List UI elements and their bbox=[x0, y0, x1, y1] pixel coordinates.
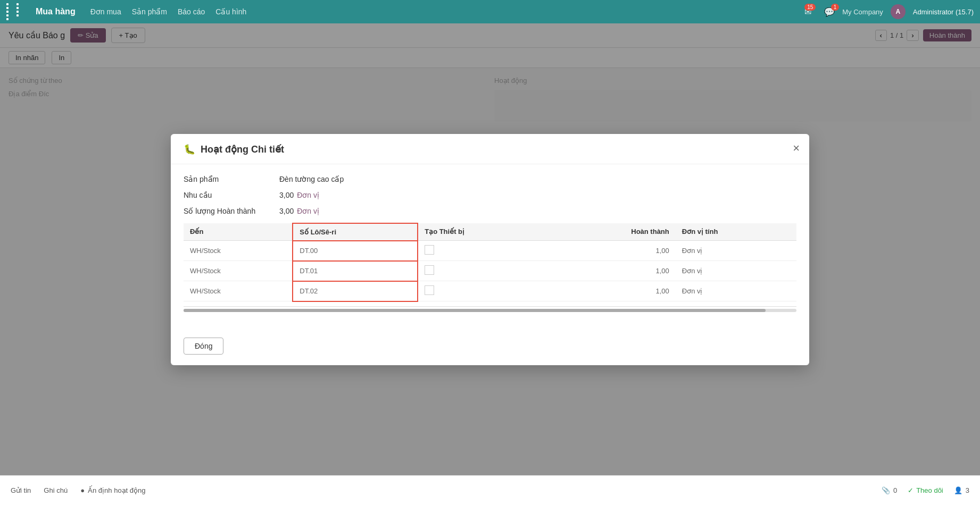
so-luong-label: Số lượng Hoàn thành bbox=[184, 207, 279, 215]
modal-close-button[interactable]: × bbox=[793, 142, 800, 154]
notifications-icon[interactable]: ✉ 15 bbox=[804, 7, 811, 17]
nhu-cau-label: Nhu cầu bbox=[184, 191, 279, 199]
paperclip-icon: 📎 bbox=[882, 486, 890, 494]
username-label: Administrator (15.7) bbox=[913, 8, 974, 16]
col-hoan-thanh: Hoàn thành bbox=[550, 223, 676, 241]
menu-cau-hinh[interactable]: Cấu hình bbox=[215, 7, 246, 16]
ghi-chu-button[interactable]: Ghi chú bbox=[44, 486, 68, 494]
hoan-thanh-cell-0: 1,00 bbox=[550, 241, 676, 261]
topnav-menu: Đơn mua Sản phẩm Báo cáo Cấu hình bbox=[90, 7, 794, 16]
topnav: Mua hàng Đơn mua Sản phẩm Báo cáo Cấu hì… bbox=[0, 0, 980, 23]
san-pham-value: Đèn tường cao cấp bbox=[279, 175, 344, 183]
followers-item[interactable]: 👤 3 bbox=[954, 486, 969, 494]
scrollbar-track bbox=[184, 309, 796, 312]
msg-badge: 1 bbox=[831, 4, 840, 11]
modal-dialog: 🐛 Hoạt động Chi tiết × Sản phẩm Đèn tườn… bbox=[171, 134, 809, 365]
menu-don-mua[interactable]: Đơn mua bbox=[90, 7, 121, 16]
so-luong-value: 3,00 bbox=[279, 207, 294, 215]
an-dinh-button[interactable]: ● Ấn định hoạt động bbox=[80, 486, 145, 494]
bottombar: Gửi tin Ghi chú ● Ấn định hoạt động 📎 0 … bbox=[0, 475, 980, 505]
bottombar-right: 📎 0 ✓ Theo dõi 👤 3 bbox=[882, 486, 969, 494]
hoan-thanh-cell-1: 1,00 bbox=[550, 261, 676, 281]
table-row: WH/Stock DT.00 1,00 Đơn vị bbox=[184, 241, 796, 261]
nhu-cau-value: 3,00 bbox=[279, 191, 294, 199]
notif-badge: 15 bbox=[804, 4, 816, 11]
scrollbar-thumb[interactable] bbox=[184, 309, 766, 312]
so-lo-cell-0: DT.00 bbox=[293, 241, 418, 261]
app-grid-icon[interactable] bbox=[6, 3, 25, 20]
gui-tin-button[interactable]: Gửi tin bbox=[11, 486, 31, 494]
company-name: My Company bbox=[842, 8, 883, 16]
topnav-right: ✉ 15 💬 1 My Company A Administrator (15.… bbox=[804, 4, 974, 19]
modal-body: Sản phẩm Đèn tường cao cấp Nhu cầu 3,00 … bbox=[171, 164, 809, 329]
detail-table: Đến Số Lô/Sê-ri Tạo Thiết bị Hoàn thành … bbox=[184, 223, 796, 302]
table-row: WH/Stock DT.02 1,00 Đơn vị bbox=[184, 281, 796, 301]
tao-tb-cell-1[interactable] bbox=[418, 261, 550, 281]
col-don-vi-tinh: Đơn vị tính bbox=[676, 223, 796, 241]
den-cell-0: WH/Stock bbox=[184, 241, 293, 261]
den-cell-1: WH/Stock bbox=[184, 261, 293, 281]
san-pham-label: Sản phẩm bbox=[184, 175, 279, 183]
so-luong-field: Số lượng Hoàn thành 3,00 Đơn vị bbox=[184, 207, 796, 215]
modal-overlay: 🐛 Hoạt động Chi tiết × Sản phẩm Đèn tườn… bbox=[0, 23, 980, 475]
checkbox-1[interactable] bbox=[425, 265, 434, 275]
clock-icon: ● bbox=[80, 486, 85, 494]
col-den: Đến bbox=[184, 223, 293, 241]
page-bg: Yêu cầu Báo g ✏ Sửa + Tạo ‹ 1 / 1 › Hoàn… bbox=[0, 23, 980, 475]
so-luong-unit: Đơn vị bbox=[297, 207, 319, 215]
modal-header: 🐛 Hoạt động Chi tiết × bbox=[171, 134, 809, 164]
hoan-thanh-cell-2: 1,00 bbox=[550, 281, 676, 301]
so-lo-cell-2: DT.02 bbox=[293, 281, 418, 301]
don-vi-cell-0: Đơn vị bbox=[676, 241, 796, 261]
san-pham-field: Sản phẩm Đèn tường cao cấp bbox=[184, 175, 796, 183]
theo-doi-label: Theo dõi bbox=[916, 486, 943, 494]
so-lo-cell-1: DT.01 bbox=[293, 261, 418, 281]
don-vi-cell-1: Đơn vị bbox=[676, 261, 796, 281]
table-row: WH/Stock DT.01 1,00 Đơn vị bbox=[184, 261, 796, 281]
menu-bao-cao[interactable]: Báo cáo bbox=[178, 7, 205, 16]
messages-icon[interactable]: 💬 1 bbox=[824, 7, 835, 17]
check-icon: ✓ bbox=[908, 486, 913, 494]
menu-san-pham[interactable]: Sản phẩm bbox=[132, 7, 167, 16]
attachment-item[interactable]: 📎 0 bbox=[882, 486, 897, 494]
follower-count: 3 bbox=[966, 486, 969, 494]
modal-footer: Đóng bbox=[171, 329, 809, 365]
tao-tb-cell-2[interactable] bbox=[418, 281, 550, 301]
nhu-cau-unit: Đơn vị bbox=[297, 191, 319, 199]
don-vi-cell-2: Đơn vị bbox=[676, 281, 796, 301]
people-icon: 👤 bbox=[954, 486, 962, 494]
nhu-cau-field: Nhu cầu 3,00 Đơn vị bbox=[184, 191, 796, 199]
dong-button[interactable]: Đóng bbox=[184, 338, 223, 355]
col-tao-thiet-bi: Tạo Thiết bị bbox=[418, 223, 550, 241]
theo-doi-button[interactable]: ✓ Theo dõi bbox=[908, 486, 943, 494]
tao-tb-cell-0[interactable] bbox=[418, 241, 550, 261]
den-cell-2: WH/Stock bbox=[184, 281, 293, 301]
user-avatar[interactable]: A bbox=[891, 4, 906, 19]
bug-icon: 🐛 bbox=[184, 144, 195, 155]
checkbox-2[interactable] bbox=[425, 285, 434, 295]
col-so-lo: Số Lô/Sê-ri bbox=[293, 223, 418, 241]
attachment-count: 0 bbox=[893, 486, 897, 494]
brand-label: Mua hàng bbox=[36, 7, 76, 16]
checkbox-0[interactable] bbox=[425, 245, 434, 255]
scrollbar-area bbox=[184, 306, 796, 314]
modal-title: Hoạt động Chi tiết bbox=[201, 144, 284, 155]
